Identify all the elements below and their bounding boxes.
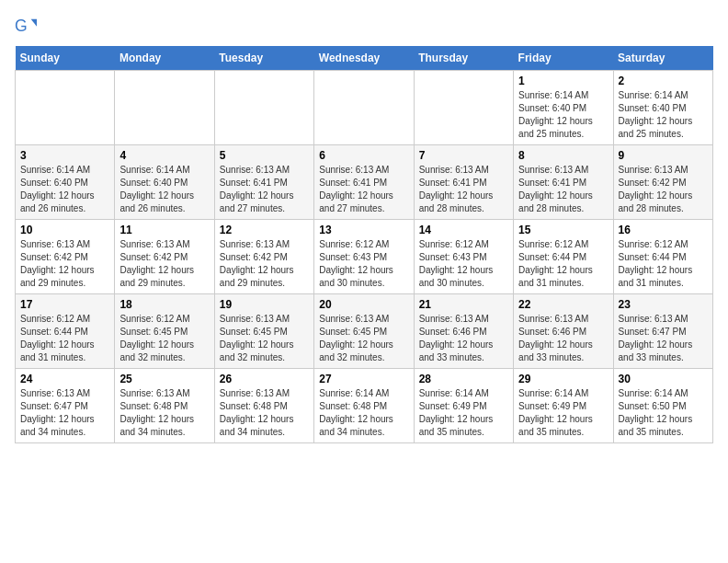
day-number: 6	[319, 149, 408, 162]
day-info: Sunrise: 6:14 AM Sunset: 6:40 PM Dayligh…	[619, 89, 708, 141]
day-info: Sunrise: 6:13 AM Sunset: 6:48 PM Dayligh…	[119, 387, 209, 439]
day-info: Sunrise: 6:14 AM Sunset: 6:48 PM Dayligh…	[319, 387, 408, 439]
calendar-cell: 8Sunrise: 6:13 AM Sunset: 6:41 PM Daylig…	[514, 145, 613, 220]
day-number: 17	[20, 298, 109, 311]
day-info: Sunrise: 6:13 AM Sunset: 6:42 PM Dayligh…	[220, 238, 309, 290]
day-info: Sunrise: 6:13 AM Sunset: 6:41 PM Dayligh…	[220, 164, 309, 215]
calendar-cell: 19Sunrise: 6:13 AM Sunset: 6:45 PM Dayli…	[214, 294, 313, 369]
calendar-cell: 2Sunrise: 6:14 AM Sunset: 6:40 PM Daylig…	[613, 71, 712, 145]
calendar-cell: 14Sunrise: 6:12 AM Sunset: 6:43 PM Dayli…	[414, 220, 513, 294]
calendar-cell: 15Sunrise: 6:12 AM Sunset: 6:44 PM Dayli…	[514, 220, 613, 294]
day-number: 25	[119, 373, 209, 385]
day-info: Sunrise: 6:12 AM Sunset: 6:43 PM Dayligh…	[319, 238, 408, 290]
day-number: 29	[518, 373, 608, 385]
calendar-week-2: 3Sunrise: 6:14 AM Sunset: 6:40 PM Daylig…	[16, 145, 713, 220]
calendar-cell: 22Sunrise: 6:13 AM Sunset: 6:46 PM Dayli…	[514, 294, 613, 369]
day-number: 5	[220, 149, 309, 162]
day-number: 3	[20, 149, 109, 162]
calendar-cell: 7Sunrise: 6:13 AM Sunset: 6:41 PM Daylig…	[414, 145, 513, 220]
calendar-cell: 9Sunrise: 6:13 AM Sunset: 6:42 PM Daylig…	[613, 145, 712, 220]
calendar-cell: 1Sunrise: 6:14 AM Sunset: 6:40 PM Daylig…	[514, 71, 613, 145]
logo-icon: G	[15, 15, 37, 37]
calendar-header-row: SundayMondayTuesdayWednesdayThursdayFrid…	[16, 46, 713, 71]
day-number: 27	[319, 373, 408, 385]
calendar-cell: 28Sunrise: 6:14 AM Sunset: 6:49 PM Dayli…	[414, 369, 513, 443]
calendar-cell: 17Sunrise: 6:12 AM Sunset: 6:44 PM Dayli…	[16, 294, 115, 369]
day-info: Sunrise: 6:14 AM Sunset: 6:49 PM Dayligh…	[419, 387, 508, 439]
day-number: 26	[220, 373, 309, 385]
day-info: Sunrise: 6:13 AM Sunset: 6:41 PM Dayligh…	[518, 164, 608, 215]
day-number: 9	[619, 149, 708, 162]
day-number: 22	[518, 298, 608, 311]
day-info: Sunrise: 6:13 AM Sunset: 6:41 PM Dayligh…	[319, 164, 408, 215]
day-header-sunday: Sunday	[16, 46, 115, 71]
day-info: Sunrise: 6:13 AM Sunset: 6:47 PM Dayligh…	[619, 313, 708, 364]
day-info: Sunrise: 6:14 AM Sunset: 6:49 PM Dayligh…	[518, 387, 608, 439]
page-header: G	[15, 15, 713, 37]
calendar-cell	[214, 71, 313, 145]
day-header-monday: Monday	[115, 46, 214, 71]
day-number: 2	[619, 75, 708, 87]
day-number: 11	[119, 224, 209, 236]
calendar-week-1: 1Sunrise: 6:14 AM Sunset: 6:40 PM Daylig…	[16, 71, 713, 145]
day-number: 10	[20, 224, 109, 236]
calendar-cell	[314, 71, 414, 145]
day-number: 1	[518, 75, 608, 87]
calendar-cell: 6Sunrise: 6:13 AM Sunset: 6:41 PM Daylig…	[314, 145, 414, 220]
calendar-cell: 11Sunrise: 6:13 AM Sunset: 6:42 PM Dayli…	[115, 220, 214, 294]
day-info: Sunrise: 6:12 AM Sunset: 6:43 PM Dayligh…	[419, 238, 508, 290]
calendar-cell: 29Sunrise: 6:14 AM Sunset: 6:49 PM Dayli…	[514, 369, 613, 443]
day-number: 7	[419, 149, 508, 162]
svg-marker-1	[31, 19, 37, 27]
calendar-cell	[115, 71, 214, 145]
day-number: 20	[319, 298, 408, 311]
day-info: Sunrise: 6:13 AM Sunset: 6:41 PM Dayligh…	[419, 164, 508, 215]
day-info: Sunrise: 6:12 AM Sunset: 6:45 PM Dayligh…	[119, 313, 209, 364]
day-info: Sunrise: 6:14 AM Sunset: 6:40 PM Dayligh…	[20, 164, 109, 215]
calendar-week-3: 10Sunrise: 6:13 AM Sunset: 6:42 PM Dayli…	[16, 220, 713, 294]
calendar-cell: 24Sunrise: 6:13 AM Sunset: 6:47 PM Dayli…	[16, 369, 115, 443]
calendar-cell: 5Sunrise: 6:13 AM Sunset: 6:41 PM Daylig…	[214, 145, 313, 220]
day-info: Sunrise: 6:13 AM Sunset: 6:42 PM Dayligh…	[119, 238, 209, 290]
day-info: Sunrise: 6:13 AM Sunset: 6:42 PM Dayligh…	[619, 164, 708, 215]
day-number: 13	[319, 224, 408, 236]
day-number: 19	[220, 298, 309, 311]
day-info: Sunrise: 6:14 AM Sunset: 6:50 PM Dayligh…	[619, 387, 708, 439]
svg-text:G: G	[15, 17, 28, 35]
day-info: Sunrise: 6:13 AM Sunset: 6:46 PM Dayligh…	[518, 313, 608, 364]
calendar-cell: 20Sunrise: 6:13 AM Sunset: 6:45 PM Dayli…	[314, 294, 414, 369]
calendar-table: SundayMondayTuesdayWednesdayThursdayFrid…	[15, 46, 713, 443]
logo: G	[15, 15, 40, 37]
day-info: Sunrise: 6:14 AM Sunset: 6:40 PM Dayligh…	[119, 164, 209, 215]
calendar-cell: 26Sunrise: 6:13 AM Sunset: 6:48 PM Dayli…	[214, 369, 313, 443]
day-info: Sunrise: 6:12 AM Sunset: 6:44 PM Dayligh…	[20, 313, 109, 364]
calendar-cell: 23Sunrise: 6:13 AM Sunset: 6:47 PM Dayli…	[613, 294, 712, 369]
calendar-cell: 3Sunrise: 6:14 AM Sunset: 6:40 PM Daylig…	[16, 145, 115, 220]
day-info: Sunrise: 6:12 AM Sunset: 6:44 PM Dayligh…	[518, 238, 608, 290]
day-info: Sunrise: 6:13 AM Sunset: 6:45 PM Dayligh…	[319, 313, 408, 364]
day-number: 18	[119, 298, 209, 311]
day-info: Sunrise: 6:13 AM Sunset: 6:46 PM Dayligh…	[419, 313, 508, 364]
calendar-cell: 21Sunrise: 6:13 AM Sunset: 6:46 PM Dayli…	[414, 294, 513, 369]
day-number: 4	[119, 149, 209, 162]
day-number: 24	[20, 373, 109, 385]
day-header-thursday: Thursday	[414, 46, 513, 71]
day-number: 21	[419, 298, 508, 311]
day-header-wednesday: Wednesday	[314, 46, 414, 71]
calendar-week-5: 24Sunrise: 6:13 AM Sunset: 6:47 PM Dayli…	[16, 369, 713, 443]
calendar-cell: 25Sunrise: 6:13 AM Sunset: 6:48 PM Dayli…	[115, 369, 214, 443]
day-number: 23	[619, 298, 708, 311]
day-number: 30	[619, 373, 708, 385]
day-number: 14	[419, 224, 508, 236]
day-info: Sunrise: 6:14 AM Sunset: 6:40 PM Dayligh…	[518, 89, 608, 141]
calendar-cell: 4Sunrise: 6:14 AM Sunset: 6:40 PM Daylig…	[115, 145, 214, 220]
day-number: 15	[518, 224, 608, 236]
day-header-tuesday: Tuesday	[214, 46, 313, 71]
day-number: 12	[220, 224, 309, 236]
calendar-cell: 16Sunrise: 6:12 AM Sunset: 6:44 PM Dayli…	[613, 220, 712, 294]
day-info: Sunrise: 6:13 AM Sunset: 6:47 PM Dayligh…	[20, 387, 109, 439]
calendar-week-4: 17Sunrise: 6:12 AM Sunset: 6:44 PM Dayli…	[16, 294, 713, 369]
calendar-cell	[16, 71, 115, 145]
day-info: Sunrise: 6:12 AM Sunset: 6:44 PM Dayligh…	[619, 238, 708, 290]
day-info: Sunrise: 6:13 AM Sunset: 6:42 PM Dayligh…	[20, 238, 109, 290]
